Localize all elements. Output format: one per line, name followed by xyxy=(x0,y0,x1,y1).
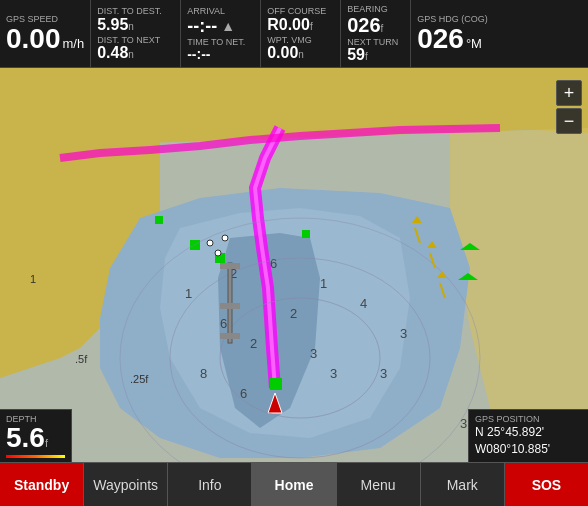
gps-speed-unit: m/h xyxy=(63,36,85,51)
gps-speed-value: 0.00 xyxy=(6,25,61,53)
svg-text:8: 8 xyxy=(200,366,207,381)
svg-text:4: 4 xyxy=(360,296,367,311)
svg-text:.25f: .25f xyxy=(130,373,149,385)
svg-text:2: 2 xyxy=(250,336,257,351)
gps-position-label: GPS Position xyxy=(475,414,582,424)
dist-next-value: 0.48 xyxy=(97,45,128,61)
gps-speed-cell: GPS Speed 0.00 m/h xyxy=(0,0,91,67)
svg-rect-33 xyxy=(220,333,240,339)
off-course-label: Off Course xyxy=(267,6,334,17)
svg-rect-3 xyxy=(270,378,282,390)
map-area[interactable]: 1 2 1 4 3 3 3 2 3 2 6 6 6 8 3 1 .5f .25f xyxy=(0,68,588,462)
svg-text:6: 6 xyxy=(270,256,277,271)
dist-next-unit: n xyxy=(128,49,134,60)
svg-rect-31 xyxy=(220,263,240,269)
svg-text:3: 3 xyxy=(330,366,337,381)
map-svg: 1 2 1 4 3 3 3 2 3 2 6 6 6 8 3 1 .5f .25f xyxy=(0,68,588,462)
arrival-value: --:-- xyxy=(187,17,217,35)
home-button[interactable]: Home xyxy=(252,463,336,506)
svg-rect-4 xyxy=(155,216,163,224)
svg-point-42 xyxy=(222,235,228,241)
gps-hdg-cell: GPS Hdg (COG) 026 °M xyxy=(411,0,588,67)
dist-dest-label: Dist. to Dest. xyxy=(97,6,174,17)
svg-text:1: 1 xyxy=(320,276,327,291)
depth-bar xyxy=(6,455,65,458)
svg-text:6: 6 xyxy=(220,316,227,331)
svg-text:3: 3 xyxy=(400,326,407,341)
gps-lat: N 25°45.892' xyxy=(475,424,582,441)
waypoints-button[interactable]: Waypoints xyxy=(84,463,168,506)
off-course-unit: f xyxy=(310,21,313,32)
mark-button[interactable]: Mark xyxy=(421,463,505,506)
svg-text:3: 3 xyxy=(460,416,467,431)
zoom-in-button[interactable]: + xyxy=(556,80,582,106)
svg-text:1: 1 xyxy=(30,273,36,285)
svg-point-41 xyxy=(207,240,213,246)
svg-text:.5f: .5f xyxy=(75,353,88,365)
depth-value: 5.6 xyxy=(6,424,45,452)
gps-hdg-value: 026 xyxy=(417,25,464,53)
sos-button[interactable]: SOS xyxy=(505,463,588,506)
depth-panel: Depth 5.6 f xyxy=(0,409,72,462)
status-bar: GPS Speed 0.00 m/h Dist. to Dest. 5.95 n… xyxy=(0,0,588,68)
bearing-value: 026 xyxy=(347,15,380,35)
svg-rect-5 xyxy=(302,230,310,238)
svg-point-40 xyxy=(215,250,221,256)
info-button[interactable]: Info xyxy=(168,463,252,506)
gps-position-panel: GPS Position N 25°45.892' W080°10.885' xyxy=(468,409,588,462)
off-course-value: R0.00 xyxy=(267,17,310,33)
arrival-cell: Arrival --:-- ▲ Time to Net. --:-- xyxy=(181,0,261,67)
menu-button[interactable]: Menu xyxy=(337,463,421,506)
time-to-net-value: --:-- xyxy=(187,47,254,61)
zoom-controls: + − xyxy=(556,80,582,134)
svg-text:3: 3 xyxy=(380,366,387,381)
svg-rect-32 xyxy=(220,303,240,309)
svg-rect-1 xyxy=(190,240,200,250)
bearing-unit: f xyxy=(381,23,384,34)
svg-text:1: 1 xyxy=(185,286,192,301)
gps-hdg-unit: °M xyxy=(466,36,482,51)
zoom-out-button[interactable]: − xyxy=(556,108,582,134)
standby-button[interactable]: Standby xyxy=(0,463,84,506)
next-turn-value: 59 xyxy=(347,47,365,63)
nav-bar: Standby Waypoints Info Home Menu Mark SO… xyxy=(0,462,588,506)
depth-unit: f xyxy=(45,437,48,449)
dist-dest-unit: n xyxy=(128,21,134,32)
gps-lon: W080°10.885' xyxy=(475,441,582,458)
dist-dest-value: 5.95 xyxy=(97,17,128,33)
off-course-cell: Off Course R0.00 f Wpt. VMG 0.00 n xyxy=(261,0,341,67)
next-turn-unit: f xyxy=(365,51,368,62)
wpt-vmg-value: 0.00 xyxy=(267,45,298,61)
wpt-vmg-unit: n xyxy=(298,49,304,60)
arrival-label: Arrival xyxy=(187,6,254,17)
bearing-cell: Bearing 026 f Next Turn 59 f xyxy=(341,0,411,67)
bearing-label: Bearing xyxy=(347,4,404,15)
dist-cell: Dist. to Dest. 5.95 n Dist. to Next 0.48… xyxy=(91,0,181,67)
svg-text:3: 3 xyxy=(310,346,317,361)
svg-text:2: 2 xyxy=(290,306,297,321)
